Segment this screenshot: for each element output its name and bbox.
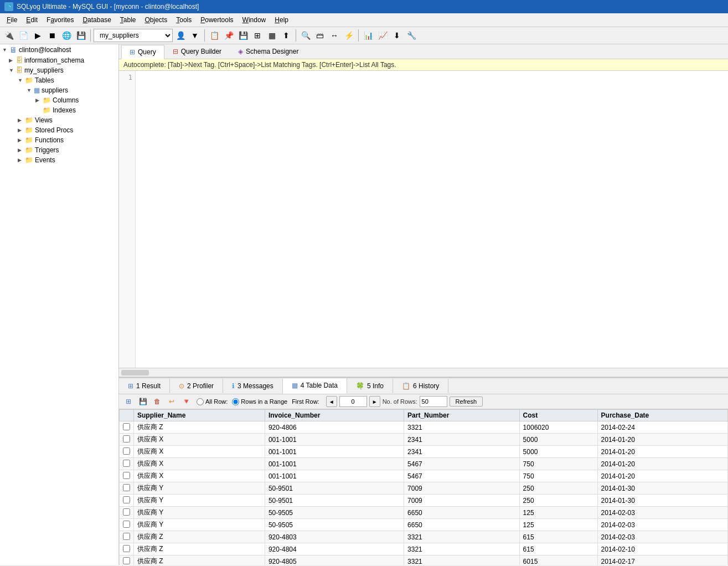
row-checkbox[interactable] <box>123 484 130 491</box>
table-cell[interactable]: 供应商 Z <box>134 555 265 565</box>
table-cell[interactable]: 3321 <box>404 555 520 565</box>
insert-row-btn[interactable]: ⊞ <box>122 396 135 407</box>
query-editor[interactable]: 1 <box>119 71 728 368</box>
row-checkbox[interactable] <box>123 423 130 430</box>
sidebar-item-suppliers[interactable]: ▼ ▦ suppliers <box>0 85 118 95</box>
tab-schema-designer[interactable]: ◈ Schema Designer <box>230 44 307 59</box>
table-cell[interactable]: 供应商 X <box>134 470 265 482</box>
table-cell[interactable]: 3321 <box>404 543 520 555</box>
toolbar-copy-btn[interactable]: 📋 <box>208 29 221 42</box>
toolbar-misc-btn[interactable]: 🔧 <box>405 29 418 42</box>
toolbar-import-btn[interactable]: ⬇ <box>390 29 404 42</box>
row-checkbox[interactable] <box>123 460 130 467</box>
table-cell[interactable]: 2014-02-17 <box>597 555 727 565</box>
row-checkbox[interactable] <box>123 521 130 528</box>
radio-all-rows[interactable]: All Row: <box>197 398 228 405</box>
table-cell[interactable]: 3321 <box>404 531 520 543</box>
table-cell[interactable]: 供应商 X <box>134 434 265 446</box>
row-checkbox[interactable] <box>123 496 130 503</box>
toolbar-user-btn[interactable]: 👤 <box>174 29 187 42</box>
table-cell[interactable]: 5467 <box>404 470 520 482</box>
table-cell[interactable]: 供应商 X <box>134 458 265 470</box>
table-cell[interactable]: 2014-01-20 <box>597 434 727 446</box>
table-cell[interactable]: 供应商 Y <box>134 495 265 507</box>
table-cell[interactable]: 001-1001 <box>265 434 404 446</box>
table-cell[interactable]: 供应商 X <box>134 446 265 458</box>
table-cell[interactable]: 920-4804 <box>265 543 404 555</box>
table-cell[interactable]: 2014-02-03 <box>597 531 727 543</box>
filter-btn[interactable]: 🔻 <box>180 396 192 407</box>
table-cell[interactable]: 2014-02-10 <box>597 543 727 555</box>
col-cost[interactable]: Cost <box>519 410 597 421</box>
editor-content[interactable] <box>136 71 728 368</box>
row-checkbox[interactable] <box>123 472 130 479</box>
row-checkbox[interactable] <box>123 557 130 564</box>
table-cell[interactable]: 2014-02-03 <box>597 519 727 531</box>
table-cell[interactable]: 2014-02-03 <box>597 507 727 519</box>
table-cell[interactable]: 001-1001 <box>265 470 404 482</box>
sidebar-item-information-schema[interactable]: ▶ 🗄 information_schema <box>0 55 118 65</box>
radio-rows-range-input[interactable] <box>232 398 239 405</box>
undo-btn[interactable]: ↩ <box>166 396 178 407</box>
tab-messages[interactable]: ℹ 3 Messages <box>223 379 283 393</box>
toolbar-paste-btn[interactable]: 📌 <box>222 29 235 42</box>
sidebar-item-connection[interactable]: ▼ 🖥 clinton@localhost <box>0 44 118 55</box>
tab-history[interactable]: 📋 6 History <box>393 379 448 393</box>
toolbar-report-btn[interactable]: 📈 <box>376 29 389 42</box>
menu-database[interactable]: Database <box>78 14 115 25</box>
radio-all-rows-input[interactable] <box>197 398 204 405</box>
table-cell[interactable]: 供应商 Y <box>134 507 265 519</box>
h-scroll[interactable] <box>119 368 728 377</box>
table-cell[interactable]: 供应商 Z <box>134 531 265 543</box>
table-cell[interactable]: 750 <box>519 470 597 482</box>
h-scroll-thumb[interactable] <box>121 370 149 375</box>
menu-help[interactable]: Help <box>270 14 293 25</box>
toolbar-export-btn[interactable]: ⬆ <box>280 29 293 42</box>
menu-powertools[interactable]: Powertools <box>196 14 237 25</box>
sidebar-item-functions[interactable]: ▶ 📁 Functions <box>0 135 118 145</box>
toolbar-schema-btn[interactable]: 📊 <box>362 29 375 42</box>
table-cell[interactable]: 50-9501 <box>265 495 404 507</box>
table-cell[interactable]: 供应商 Z <box>134 421 265 434</box>
table-cell[interactable]: 7009 <box>404 482 520 495</box>
table-cell[interactable]: 250 <box>519 495 597 507</box>
table-cell[interactable]: 2014-01-20 <box>597 470 727 482</box>
menu-objects[interactable]: Objects <box>141 14 172 25</box>
toolbar-btn-1[interactable]: 🔌 <box>2 29 16 42</box>
table-cell[interactable]: 2341 <box>404 434 520 446</box>
nav-next-btn[interactable]: ► <box>369 396 380 407</box>
sidebar-item-indexes[interactable]: 📁 Indexes <box>0 105 118 115</box>
table-cell[interactable]: 920-4806 <box>265 421 404 434</box>
no-of-rows-input[interactable] <box>420 396 447 407</box>
tab-query-builder[interactable]: ⊟ Query Builder <box>164 44 230 59</box>
toolbar-diff-btn[interactable]: ⚡ <box>342 29 355 42</box>
tab-profiler[interactable]: ⊙ 2 Profiler <box>170 379 223 393</box>
table-cell[interactable]: 50-9505 <box>265 507 404 519</box>
refresh-button[interactable]: Refresh <box>450 397 483 407</box>
table-cell[interactable]: 6650 <box>404 519 520 531</box>
toolbar-save-btn[interactable]: 💾 <box>236 29 250 42</box>
table-cell[interactable]: 750 <box>519 458 597 470</box>
table-cell[interactable]: 供应商 Y <box>134 482 265 495</box>
table-cell[interactable]: 5467 <box>404 458 520 470</box>
table-cell[interactable]: 5000 <box>519 446 597 458</box>
row-checkbox[interactable] <box>123 447 130 455</box>
sidebar-item-columns[interactable]: ▶ 📁 Columns <box>0 95 118 105</box>
table-cell[interactable]: 50-9501 <box>265 482 404 495</box>
col-purchase-date[interactable]: Purchase_Date <box>597 410 727 421</box>
table-cell[interactable]: 7009 <box>404 495 520 507</box>
tab-result[interactable]: ⊞ 1 Result <box>119 379 170 393</box>
data-table-wrapper[interactable]: Supplier_Name Invoice_Number Part_Number… <box>119 409 728 565</box>
toolbar-sync-btn[interactable]: ↔ <box>328 29 341 42</box>
db-selector[interactable]: my_suppliers information_schema <box>94 29 173 42</box>
row-checkbox[interactable] <box>123 545 130 552</box>
toolbar-btn-2[interactable]: 📄 <box>17 29 30 42</box>
menu-edit[interactable]: Edit <box>22 14 42 25</box>
menu-table[interactable]: Table <box>116 14 141 25</box>
tab-table-data[interactable]: ▦ 4 Table Data <box>283 378 347 394</box>
table-cell[interactable]: 615 <box>519 531 597 543</box>
row-checkbox[interactable] <box>123 508 130 516</box>
toolbar-btn-5[interactable]: 🌐 <box>60 29 73 42</box>
table-cell[interactable]: 125 <box>519 519 597 531</box>
menu-tools[interactable]: Tools <box>172 14 196 25</box>
